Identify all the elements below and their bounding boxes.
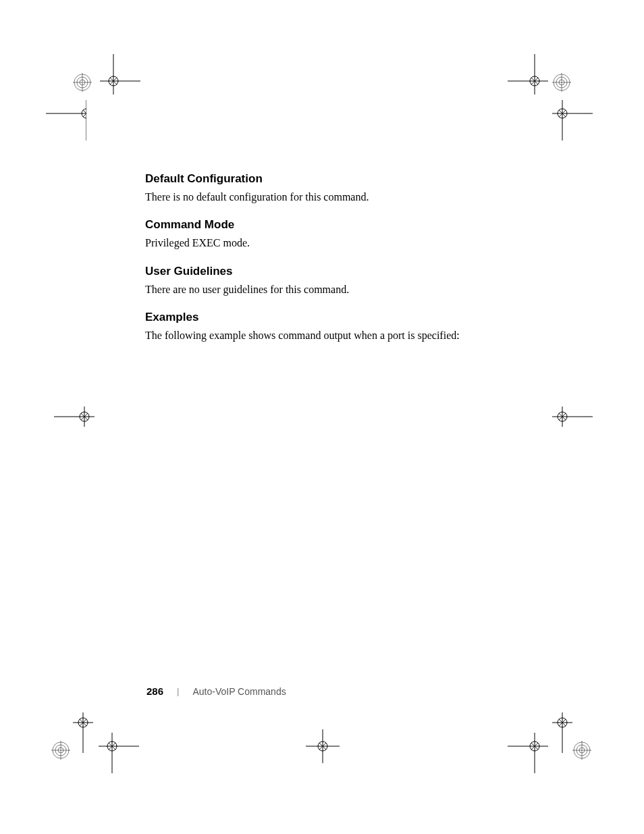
registration-mark-icon <box>572 741 591 760</box>
crop-mark-icon <box>508 733 548 773</box>
crop-mark-icon <box>100 54 140 95</box>
body-examples: The following example shows command outp… <box>145 328 503 343</box>
heading-default-configuration: Default Configuration <box>145 172 503 186</box>
page-content: Default Configuration There is no defaul… <box>145 172 503 357</box>
registration-mark-icon <box>51 741 70 760</box>
crop-mark-icon <box>99 733 139 773</box>
crop-mark-icon <box>46 100 86 140</box>
registration-mark-icon <box>73 73 92 92</box>
section-default-configuration: Default Configuration There is no defaul… <box>145 172 503 205</box>
crop-mark-icon <box>508 54 548 95</box>
crop-mark-icon <box>54 407 95 427</box>
crop-mark-icon <box>552 712 572 753</box>
crop-mark-icon <box>73 712 93 753</box>
registration-mark-icon <box>552 73 571 92</box>
heading-command-mode: Command Mode <box>145 218 503 232</box>
heading-user-guidelines: User Guidelines <box>145 265 503 278</box>
crop-mark-icon <box>552 407 593 427</box>
heading-examples: Examples <box>145 311 503 324</box>
body-default-configuration: There is no default configuration for th… <box>145 190 503 205</box>
section-examples: Examples The following example shows com… <box>145 311 503 343</box>
section-user-guidelines: User Guidelines There are no user guidel… <box>145 265 503 297</box>
footer-section-title: Auto-VoIP Commands <box>192 686 286 697</box>
body-user-guidelines: There are no user guidelines for this co… <box>145 282 503 297</box>
page-footer: 286 | Auto-VoIP Commands <box>146 685 286 697</box>
section-command-mode: Command Mode Privileged EXEC mode. <box>145 218 503 251</box>
crop-mark-icon <box>552 100 593 140</box>
page-number: 286 <box>146 685 163 697</box>
body-command-mode: Privileged EXEC mode. <box>145 236 503 251</box>
footer-separator: | <box>177 686 179 696</box>
crop-mark-icon <box>306 729 340 763</box>
